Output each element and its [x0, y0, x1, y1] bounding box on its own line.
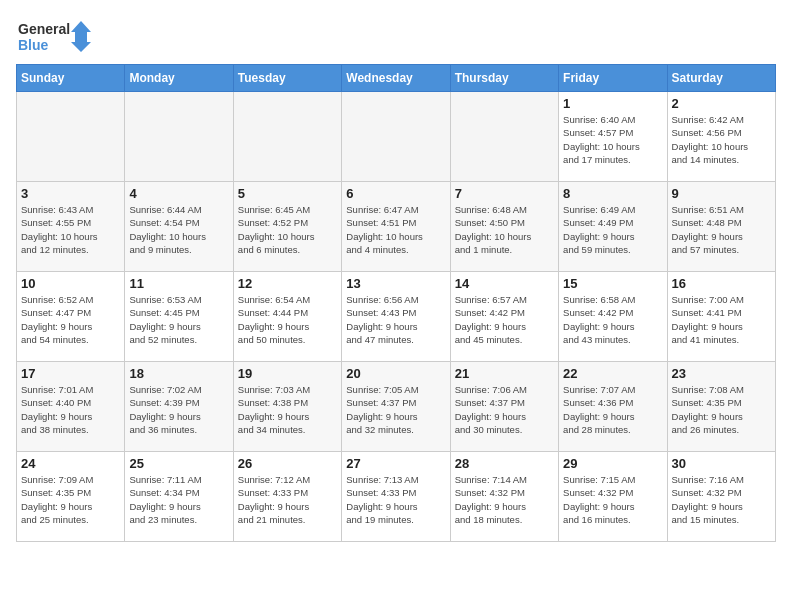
calendar-cell: 8Sunrise: 6:49 AM Sunset: 4:49 PM Daylig… [559, 182, 667, 272]
day-info: Sunrise: 6:52 AM Sunset: 4:47 PM Dayligh… [21, 293, 120, 346]
day-number: 24 [21, 456, 120, 471]
day-number: 6 [346, 186, 445, 201]
calendar-cell: 2Sunrise: 6:42 AM Sunset: 4:56 PM Daylig… [667, 92, 775, 182]
logo: GeneralBlue [16, 16, 96, 56]
weekday-header-monday: Monday [125, 65, 233, 92]
svg-marker-2 [71, 21, 91, 52]
calendar-header: SundayMondayTuesdayWednesdayThursdayFrid… [17, 65, 776, 92]
calendar-cell: 19Sunrise: 7:03 AM Sunset: 4:38 PM Dayli… [233, 362, 341, 452]
day-info: Sunrise: 6:44 AM Sunset: 4:54 PM Dayligh… [129, 203, 228, 256]
day-info: Sunrise: 6:57 AM Sunset: 4:42 PM Dayligh… [455, 293, 554, 346]
calendar-cell [17, 92, 125, 182]
day-info: Sunrise: 7:01 AM Sunset: 4:40 PM Dayligh… [21, 383, 120, 436]
day-number: 1 [563, 96, 662, 111]
day-info: Sunrise: 6:47 AM Sunset: 4:51 PM Dayligh… [346, 203, 445, 256]
day-info: Sunrise: 7:05 AM Sunset: 4:37 PM Dayligh… [346, 383, 445, 436]
day-info: Sunrise: 7:06 AM Sunset: 4:37 PM Dayligh… [455, 383, 554, 436]
calendar-cell: 18Sunrise: 7:02 AM Sunset: 4:39 PM Dayli… [125, 362, 233, 452]
day-info: Sunrise: 7:12 AM Sunset: 4:33 PM Dayligh… [238, 473, 337, 526]
calendar-week-3: 10Sunrise: 6:52 AM Sunset: 4:47 PM Dayli… [17, 272, 776, 362]
day-number: 15 [563, 276, 662, 291]
calendar-cell: 27Sunrise: 7:13 AM Sunset: 4:33 PM Dayli… [342, 452, 450, 542]
day-number: 18 [129, 366, 228, 381]
day-info: Sunrise: 7:08 AM Sunset: 4:35 PM Dayligh… [672, 383, 771, 436]
day-number: 17 [21, 366, 120, 381]
day-number: 27 [346, 456, 445, 471]
day-number: 11 [129, 276, 228, 291]
day-number: 3 [21, 186, 120, 201]
day-number: 13 [346, 276, 445, 291]
day-info: Sunrise: 7:07 AM Sunset: 4:36 PM Dayligh… [563, 383, 662, 436]
weekday-header-friday: Friday [559, 65, 667, 92]
day-number: 7 [455, 186, 554, 201]
weekday-header-saturday: Saturday [667, 65, 775, 92]
calendar-cell: 1Sunrise: 6:40 AM Sunset: 4:57 PM Daylig… [559, 92, 667, 182]
calendar-week-4: 17Sunrise: 7:01 AM Sunset: 4:40 PM Dayli… [17, 362, 776, 452]
calendar-cell [450, 92, 558, 182]
day-number: 20 [346, 366, 445, 381]
day-number: 16 [672, 276, 771, 291]
calendar-table: SundayMondayTuesdayWednesdayThursdayFrid… [16, 64, 776, 542]
day-number: 19 [238, 366, 337, 381]
day-info: Sunrise: 7:16 AM Sunset: 4:32 PM Dayligh… [672, 473, 771, 526]
day-info: Sunrise: 6:53 AM Sunset: 4:45 PM Dayligh… [129, 293, 228, 346]
day-info: Sunrise: 6:49 AM Sunset: 4:49 PM Dayligh… [563, 203, 662, 256]
calendar-cell: 4Sunrise: 6:44 AM Sunset: 4:54 PM Daylig… [125, 182, 233, 272]
day-info: Sunrise: 6:54 AM Sunset: 4:44 PM Dayligh… [238, 293, 337, 346]
calendar-cell: 15Sunrise: 6:58 AM Sunset: 4:42 PM Dayli… [559, 272, 667, 362]
weekday-header-tuesday: Tuesday [233, 65, 341, 92]
day-number: 28 [455, 456, 554, 471]
svg-text:General: General [18, 21, 70, 37]
day-info: Sunrise: 7:11 AM Sunset: 4:34 PM Dayligh… [129, 473, 228, 526]
calendar-week-2: 3Sunrise: 6:43 AM Sunset: 4:55 PM Daylig… [17, 182, 776, 272]
calendar-cell: 14Sunrise: 6:57 AM Sunset: 4:42 PM Dayli… [450, 272, 558, 362]
weekday-row: SundayMondayTuesdayWednesdayThursdayFrid… [17, 65, 776, 92]
day-number: 29 [563, 456, 662, 471]
day-number: 14 [455, 276, 554, 291]
day-number: 5 [238, 186, 337, 201]
calendar-cell: 23Sunrise: 7:08 AM Sunset: 4:35 PM Dayli… [667, 362, 775, 452]
calendar-cell: 7Sunrise: 6:48 AM Sunset: 4:50 PM Daylig… [450, 182, 558, 272]
calendar-cell: 20Sunrise: 7:05 AM Sunset: 4:37 PM Dayli… [342, 362, 450, 452]
calendar-cell: 11Sunrise: 6:53 AM Sunset: 4:45 PM Dayli… [125, 272, 233, 362]
calendar-cell [125, 92, 233, 182]
calendar-cell: 12Sunrise: 6:54 AM Sunset: 4:44 PM Dayli… [233, 272, 341, 362]
day-number: 2 [672, 96, 771, 111]
calendar-cell: 10Sunrise: 6:52 AM Sunset: 4:47 PM Dayli… [17, 272, 125, 362]
calendar-cell: 16Sunrise: 7:00 AM Sunset: 4:41 PM Dayli… [667, 272, 775, 362]
calendar-body: 1Sunrise: 6:40 AM Sunset: 4:57 PM Daylig… [17, 92, 776, 542]
calendar-cell [342, 92, 450, 182]
calendar-cell: 5Sunrise: 6:45 AM Sunset: 4:52 PM Daylig… [233, 182, 341, 272]
calendar-cell: 21Sunrise: 7:06 AM Sunset: 4:37 PM Dayli… [450, 362, 558, 452]
day-info: Sunrise: 6:43 AM Sunset: 4:55 PM Dayligh… [21, 203, 120, 256]
day-number: 25 [129, 456, 228, 471]
day-number: 26 [238, 456, 337, 471]
day-info: Sunrise: 6:48 AM Sunset: 4:50 PM Dayligh… [455, 203, 554, 256]
calendar-cell: 26Sunrise: 7:12 AM Sunset: 4:33 PM Dayli… [233, 452, 341, 542]
page-header: GeneralBlue [16, 16, 776, 56]
day-info: Sunrise: 6:56 AM Sunset: 4:43 PM Dayligh… [346, 293, 445, 346]
calendar-cell: 29Sunrise: 7:15 AM Sunset: 4:32 PM Dayli… [559, 452, 667, 542]
calendar-cell: 9Sunrise: 6:51 AM Sunset: 4:48 PM Daylig… [667, 182, 775, 272]
calendar-cell: 22Sunrise: 7:07 AM Sunset: 4:36 PM Dayli… [559, 362, 667, 452]
calendar-cell: 25Sunrise: 7:11 AM Sunset: 4:34 PM Dayli… [125, 452, 233, 542]
calendar-cell: 6Sunrise: 6:47 AM Sunset: 4:51 PM Daylig… [342, 182, 450, 272]
day-number: 9 [672, 186, 771, 201]
day-info: Sunrise: 7:13 AM Sunset: 4:33 PM Dayligh… [346, 473, 445, 526]
day-info: Sunrise: 7:14 AM Sunset: 4:32 PM Dayligh… [455, 473, 554, 526]
day-info: Sunrise: 6:45 AM Sunset: 4:52 PM Dayligh… [238, 203, 337, 256]
day-number: 4 [129, 186, 228, 201]
day-info: Sunrise: 6:40 AM Sunset: 4:57 PM Dayligh… [563, 113, 662, 166]
calendar-cell: 17Sunrise: 7:01 AM Sunset: 4:40 PM Dayli… [17, 362, 125, 452]
calendar-cell [233, 92, 341, 182]
weekday-header-wednesday: Wednesday [342, 65, 450, 92]
day-info: Sunrise: 6:58 AM Sunset: 4:42 PM Dayligh… [563, 293, 662, 346]
calendar-cell: 13Sunrise: 6:56 AM Sunset: 4:43 PM Dayli… [342, 272, 450, 362]
weekday-header-sunday: Sunday [17, 65, 125, 92]
svg-text:Blue: Blue [18, 37, 49, 53]
calendar-week-1: 1Sunrise: 6:40 AM Sunset: 4:57 PM Daylig… [17, 92, 776, 182]
day-info: Sunrise: 7:00 AM Sunset: 4:41 PM Dayligh… [672, 293, 771, 346]
day-info: Sunrise: 6:51 AM Sunset: 4:48 PM Dayligh… [672, 203, 771, 256]
day-info: Sunrise: 7:03 AM Sunset: 4:38 PM Dayligh… [238, 383, 337, 436]
day-info: Sunrise: 6:42 AM Sunset: 4:56 PM Dayligh… [672, 113, 771, 166]
